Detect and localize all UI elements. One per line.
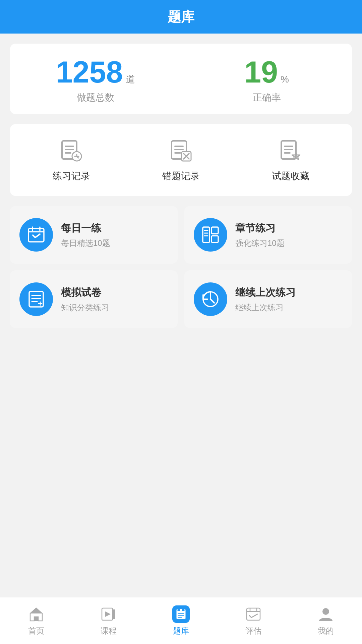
favorites-item[interactable]: 试题收藏 <box>272 138 309 182</box>
accuracy-number: 19 <box>244 57 278 87</box>
mock-exam-title: 模拟试卷 <box>61 286 109 300</box>
total-count-stat: 1258 道 做题总数 <box>10 57 181 104</box>
continue-practice-text: 继续上次练习 继续上次练习 <box>235 286 296 313</box>
daily-practice-title: 每日一练 <box>61 221 110 235</box>
nav-tiku-label: 题库 <box>173 626 189 636</box>
wrong-record-icon <box>168 138 194 164</box>
mock-exam-card[interactable]: 模拟试卷 知识分类练习 <box>10 270 178 328</box>
nav-home-label: 首页 <box>28 626 44 636</box>
svg-rect-40 <box>178 609 180 611</box>
nav-course-label: 课程 <box>101 626 117 636</box>
total-count-label: 做题总数 <box>77 91 114 104</box>
daily-practice-card[interactable]: 每日一练 每日精选10题 <box>10 206 178 264</box>
continue-practice-icon <box>194 282 227 316</box>
svg-rect-18 <box>28 228 44 242</box>
svg-rect-28 <box>29 291 43 307</box>
nav-eval-label: 评估 <box>245 626 261 636</box>
svg-marker-38 <box>105 611 111 617</box>
mock-exam-text: 模拟试卷 知识分类练习 <box>61 286 109 313</box>
practice-record-label: 练习记录 <box>53 170 90 182</box>
nav-item-home[interactable]: 首页 <box>0 597 72 644</box>
mock-exam-subtitle: 知识分类练习 <box>61 302 109 313</box>
accuracy-unit: % <box>281 74 289 85</box>
nav-item-eval[interactable]: 评估 <box>217 597 290 644</box>
nav-item-mine[interactable]: 我的 <box>290 597 362 644</box>
chapter-practice-card[interactable]: 章节练习 强化练习10题 <box>184 206 352 264</box>
bottom-nav: 首页 课程 题库 <box>0 597 362 644</box>
svg-point-49 <box>322 608 329 615</box>
eval-icon <box>245 605 262 623</box>
accuracy-stat: 19 % 正确率 <box>181 57 352 104</box>
nav-item-course[interactable]: 课程 <box>72 597 145 644</box>
svg-rect-22 <box>203 227 209 243</box>
main-content: 1258 道 做题总数 19 % 正确率 <box>0 34 362 382</box>
quick-actions-card: 练习记录 错题记录 <box>10 124 352 196</box>
practice-record-icon <box>58 138 85 164</box>
daily-practice-text: 每日一练 每日精选10题 <box>61 221 110 249</box>
page-title: 题库 <box>168 8 194 26</box>
header: 题库 <box>0 0 362 34</box>
mine-icon <box>317 605 335 623</box>
favorites-label: 试题收藏 <box>272 170 309 182</box>
nav-item-tiku[interactable]: 题库 <box>145 597 217 644</box>
accuracy-row: 19 % <box>244 57 289 87</box>
svg-rect-45 <box>247 608 260 620</box>
practice-record-item[interactable]: 练习记录 <box>53 138 90 182</box>
tiku-icon <box>172 605 190 623</box>
svg-rect-41 <box>182 609 185 611</box>
practice-grid: 每日一练 每日精选10题 章节练习 强化练习10题 <box>10 206 352 328</box>
continue-practice-card[interactable]: 继续上次练习 继续上次练习 <box>184 270 352 328</box>
svg-rect-35 <box>34 617 38 621</box>
chapter-practice-title: 章节练习 <box>235 221 285 235</box>
favorites-icon <box>277 138 304 164</box>
nav-mine-label: 我的 <box>318 626 334 636</box>
home-icon <box>27 605 45 623</box>
chapter-practice-icon <box>194 218 227 252</box>
daily-practice-icon <box>19 218 53 252</box>
wrong-record-item[interactable]: 错题记录 <box>162 138 200 182</box>
svg-rect-24 <box>212 236 218 243</box>
course-icon <box>100 605 117 623</box>
mock-exam-icon <box>19 282 53 316</box>
chapter-practice-subtitle: 强化练习10题 <box>235 238 285 249</box>
total-count-number: 1258 <box>56 57 123 87</box>
svg-rect-23 <box>212 227 218 234</box>
accuracy-label: 正确率 <box>253 91 281 104</box>
total-count-row: 1258 道 <box>56 57 135 87</box>
wrong-record-label: 错题记录 <box>162 170 200 182</box>
daily-practice-subtitle: 每日精选10题 <box>61 238 110 249</box>
continue-practice-subtitle: 继续上次练习 <box>235 302 296 313</box>
stats-card: 1258 道 做题总数 19 % 正确率 <box>10 44 352 114</box>
total-count-unit: 道 <box>126 73 135 86</box>
continue-practice-title: 继续上次练习 <box>235 286 296 300</box>
chapter-practice-text: 章节练习 强化练习10题 <box>235 221 285 249</box>
svg-rect-37 <box>113 609 115 619</box>
